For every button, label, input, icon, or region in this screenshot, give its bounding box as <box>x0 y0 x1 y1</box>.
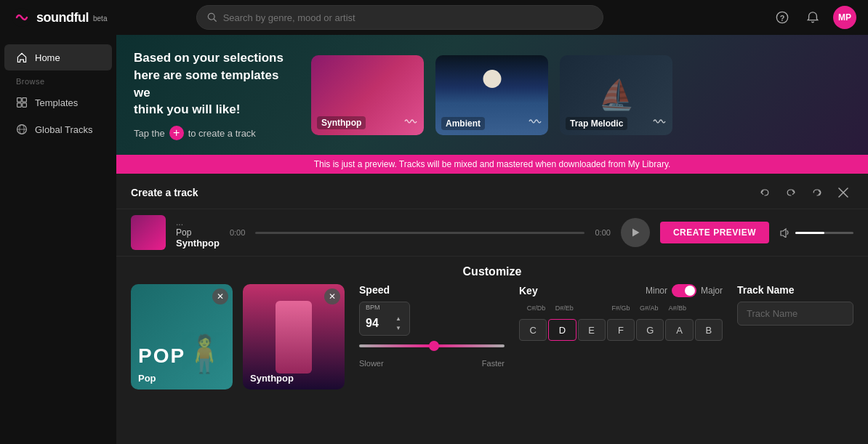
svg-rect-7 <box>17 103 22 108</box>
speed-slider[interactable] <box>359 344 505 347</box>
svg-rect-5 <box>17 98 22 102</box>
key-sharp-empty1 <box>579 303 607 313</box>
bpm-down-button[interactable]: ▼ <box>393 323 403 332</box>
main-layout: Home Browse Templates Global Tracks <box>0 35 868 444</box>
close-button[interactable] <box>833 182 853 203</box>
pop-thumb-label: Pop <box>138 373 156 384</box>
bpm-arrows: ▲ ▼ <box>393 314 403 332</box>
create-preview-button[interactable]: CREATE PREVIEW <box>660 222 769 243</box>
speed-slider-wrap <box>359 342 505 350</box>
hero-text: Based on your selections here are some t… <box>134 49 294 140</box>
wave-icon-ambient <box>528 116 542 129</box>
key-sharp-cdb: C#/Db <box>522 303 550 313</box>
search-bar[interactable] <box>196 5 603 30</box>
speed-label: Speed <box>359 284 505 296</box>
progress-bar[interactable] <box>255 232 584 234</box>
slower-label: Slower <box>359 359 384 368</box>
key-sharp-gab: G#/Ab <box>635 303 663 313</box>
hero-area: Based on your selections here are some t… <box>116 35 868 155</box>
volume-area <box>779 227 853 238</box>
speed-labels: Slower Faster <box>359 359 505 368</box>
speed-thumb[interactable] <box>429 341 439 351</box>
sailboat-icon: ⛵ <box>598 78 635 112</box>
key-natural-row: C D E F G A B <box>519 319 723 341</box>
play-icon <box>630 227 640 238</box>
logo-text: soundful <box>36 10 89 25</box>
key-btn-d[interactable]: D <box>548 319 576 341</box>
key-sharp-deb: D#/Eb <box>550 303 579 313</box>
hero-card-synthpop-label: Synthpop <box>317 116 366 129</box>
play-button[interactable] <box>621 218 650 247</box>
key-sharp-abb: A#/Bb <box>663 303 691 313</box>
key-btn-f[interactable]: F <box>607 319 635 341</box>
avatar[interactable]: MP <box>833 6 856 29</box>
track-meta: ... Pop Synthpop <box>176 217 220 249</box>
search-input[interactable] <box>223 12 592 23</box>
hero-card-trap-label: Trap Melodic <box>566 117 627 130</box>
track-genre: Pop <box>176 227 220 238</box>
panel-header: Create a track <box>116 174 868 209</box>
trackname-input[interactable] <box>737 302 853 326</box>
logo-icon <box>12 7 32 28</box>
notifications-icon[interactable] <box>803 7 823 28</box>
sidebar-item-home[interactable]: Home <box>4 44 112 70</box>
help-icon[interactable]: ? <box>772 7 792 28</box>
trackname-label: Track Name <box>737 284 853 296</box>
track-name-display: Synthpop <box>176 238 220 249</box>
sidebar-home-label: Home <box>35 52 60 63</box>
hero-card-synthpop[interactable]: Synthpop <box>311 55 424 135</box>
nav-right: ? MP <box>772 6 856 29</box>
minor-label: Minor <box>646 286 667 296</box>
key-section: Key Minor Major C#/Db D#/Eb <box>519 284 723 435</box>
speed-section: Speed BPM 94 ▲ ▼ <box>359 284 505 435</box>
player-row: ... Pop Synthpop 0:00 0:00 CREATE PREVIE… <box>116 209 868 257</box>
hero-card-ambient-label: Ambient <box>441 117 485 130</box>
wave-icon-trap <box>652 116 667 129</box>
time-right: 0:00 <box>595 228 610 237</box>
bpm-value: 94 <box>366 317 379 330</box>
track-meta-dots: ... <box>176 217 220 227</box>
bpm-value-row: 94 ▲ ▼ <box>360 311 409 335</box>
volume-icon <box>779 227 791 238</box>
logo[interactable]: soundful beta <box>12 7 107 28</box>
panel-title: Create a track <box>131 187 198 198</box>
toggle-knob <box>685 286 695 296</box>
hero-card-trap[interactable]: ⛵ Trap Melodic <box>560 55 672 135</box>
major-label: Major <box>701 286 723 296</box>
volume-slider[interactable] <box>795 232 853 234</box>
bpm-up-button[interactable]: ▲ <box>393 314 403 323</box>
minor-major-switch[interactable] <box>672 284 696 297</box>
hero-card-ambient[interactable]: Ambient <box>435 55 548 135</box>
content-area: Based on your selections here are some t… <box>116 35 868 444</box>
undo-button[interactable] <box>781 182 801 203</box>
home-icon <box>16 52 28 63</box>
browse-section-label: Browse <box>0 71 116 89</box>
undo-back-button[interactable] <box>755 182 775 203</box>
bpm-label: BPM <box>360 302 409 311</box>
thumb-card-synthpop[interactable]: ✕ Synthpop <box>243 284 345 389</box>
svg-text:?: ? <box>780 14 785 23</box>
grid-icon <box>16 97 28 108</box>
key-btn-a[interactable]: A <box>665 319 693 341</box>
top-navigation: soundful beta ? MP <box>0 0 868 35</box>
wave-icon-synthpop <box>403 116 418 129</box>
volume-fill <box>795 232 824 234</box>
key-btn-e[interactable]: E <box>578 319 606 341</box>
sidebar-item-templates[interactable]: Templates <box>4 89 112 116</box>
bpm-control: BPM 94 ▲ ▼ <box>359 302 505 336</box>
redo-button[interactable] <box>807 182 827 203</box>
customize-content: POP 🧍 ✕ Pop ✕ Synthpop <box>116 284 868 444</box>
pop-person-icon: 🧍 <box>182 333 227 375</box>
create-track-panel: Create a track <box>116 174 868 444</box>
key-btn-c[interactable]: C <box>519 319 547 341</box>
thumb-card-pop[interactable]: POP 🧍 ✕ Pop <box>131 284 233 389</box>
customize-title: Customize <box>116 257 868 284</box>
customize-area: Customize POP 🧍 ✕ Pop <box>116 257 868 444</box>
key-btn-b[interactable]: B <box>695 319 723 341</box>
plus-circle-icon[interactable]: + <box>169 126 184 140</box>
track-thumbnail <box>131 215 166 250</box>
sidebar: Home Browse Templates Global Tracks <box>0 35 116 444</box>
sidebar-item-global-tracks[interactable]: Global Tracks <box>4 116 112 142</box>
preview-banner-text: This is just a preview. Tracks will be m… <box>314 159 671 169</box>
key-btn-g[interactable]: G <box>636 319 664 341</box>
